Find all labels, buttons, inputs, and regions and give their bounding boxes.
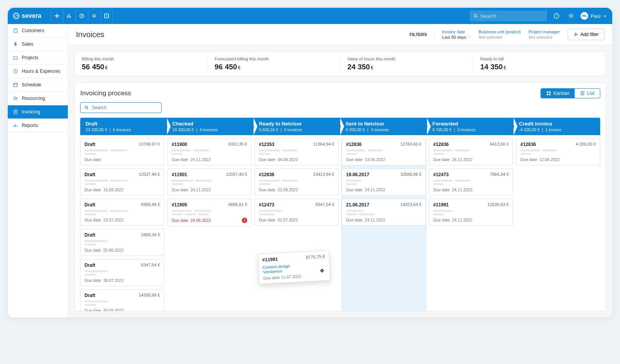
topbar: severa ? PK Paul [8,8,612,24]
building-icon [12,27,19,34]
plus-icon [574,32,578,37]
sidebar-item-schedule[interactable]: Schedule [8,78,68,92]
sidebar-item-customers[interactable]: Customers [8,24,68,38]
kanban-lane: #1283612769,60 €Due date 13.06.202219.06… [341,138,427,311]
svg-rect-8 [14,83,17,87]
bar-chart-icon [12,122,19,129]
sidebar: CustomersSalesProjectsHours & ExpencesSc… [8,24,68,318]
sidebar-item-invoicing[interactable]: Invoicing [8,105,68,119]
invoice-card[interactable]: #119054686,81 €Due date 24.06.2022! [167,199,251,227]
stage-header[interactable]: Checked19 200,00 €|4 invoices [167,118,254,135]
sidebar-item-reports[interactable]: Reports [8,119,68,132]
filter-business-unit-project-[interactable]: Business unit (project)Not selected [479,29,521,39]
invoice-card[interactable]: Draft2809,34 €Due date 25.06.2022 [80,229,164,256]
global-search[interactable] [470,10,547,21]
invoice-card[interactable]: Draft6989,48 €Due date 23.07.2022 [80,199,164,226]
svg-text:?: ? [555,14,557,18]
metric: Billing this month56 450€ [75,57,208,71]
invoice-card[interactable]: #124738347,54 €Due date 02.07.2022 [255,199,339,226]
stage-header[interactable]: Forwarded9 700,00 €|3 invoices [427,118,514,135]
list-icon [580,91,585,96]
invoice-card[interactable]: #128368413,56 €Due date 24.11.2022 [429,138,513,165]
sidebar-item-resourcing[interactable]: Resourcing [8,92,68,105]
help-button[interactable]: ? [551,10,562,21]
stage-headers: Draft23 200,00 €|6 invoicesChecked19 200… [80,118,600,135]
add-button[interactable] [51,10,63,22]
view-list-button[interactable]: List [575,89,600,98]
invoice-card[interactable]: #124737864,34 €Due date 24.11.2022 [429,168,513,196]
kanban-header: Invoicing process Kanban List [80,88,600,98]
search-icon [474,14,478,18]
sidebar-item-hours-expences[interactable]: Hours & Expences [8,65,68,78]
metrics-row: Billing this month56 450€Forecasted bill… [74,52,606,76]
grab-cursor-icon: ✥ [320,268,324,274]
play-button[interactable] [100,10,113,22]
people-icon [12,95,19,101]
body: CustomersSalesProjectsHours & ExpencesSc… [8,24,612,318]
chart-button[interactable] [63,10,76,22]
svg-point-9 [14,97,16,98]
sidebar-item-label: Reports [22,123,38,128]
dragging-card[interactable]: #11981 8775,75 € Content design Vendemon… [258,250,331,284]
invoice-card[interactable]: #1198112636,83 €Due date 24.11.2022 [429,199,513,226]
kanban-lane: #128364 200,00 €Due date 12.08.2022 [516,138,600,311]
invoice-card[interactable]: #128364 200,00 €Due date 12.08.2022 [516,138,600,165]
invoice-card[interactable]: #1283612769,60 €Due date 13.06.2022 [342,138,426,165]
invoice-card[interactable]: #119006322,35 €Due date 24.11.2022 [167,138,251,165]
sidebar-item-label: Hours & Expences [22,69,60,74]
page-header: Invoices FILTERS Invoice dateLast 90 day… [68,24,612,45]
metric: Value of hours this month24 350€ [341,57,474,71]
filter-project-manager[interactable]: Project managerNot selected [529,29,560,39]
svg-point-5 [570,15,572,17]
invoice-card[interactable]: Draft14306,98 €Due date 30.08.2022 [80,289,164,311]
stage-header[interactable]: Draft23 200,00 €|6 invoices [80,118,167,135]
topbar-tools [51,10,113,22]
stage-header[interactable]: Credit invoice-4 200,00 €|1 invoice [513,118,600,135]
brand: severa [13,12,41,19]
invoice-card[interactable]: 21.06.201714923,64 €Due date 24.11.2022 [342,199,426,226]
svg-rect-13 [549,91,551,93]
kanban-lane: #119006322,35 €Due date 24.11.2022#11901… [167,138,251,311]
search-icon [84,105,89,110]
invoice-card[interactable]: Draft8347,54 €Due date 30.07.2022 [80,259,164,286]
invoice-card[interactable]: Draft13798,97 €Due date [80,138,164,165]
avatar: PK [580,12,588,20]
history-button[interactable] [76,10,88,22]
swap-button[interactable] [88,10,100,22]
kanban-lane: #1235311364,94 €Due date 04.08.2022#1283… [255,138,339,311]
kanban-search[interactable] [80,102,162,113]
user-menu[interactable]: PK Paul [580,12,607,20]
calendar-icon [12,82,19,88]
view-kanban-button[interactable]: Kanban [541,89,575,98]
kanban-search-input[interactable] [92,105,157,110]
svg-rect-14 [547,94,548,95]
svg-point-10 [16,98,17,99]
sidebar-item-sales[interactable]: Sales [8,38,68,51]
svg-rect-12 [547,91,548,93]
filters-bar: FILTERS Invoice dateLast 90 days Busines… [410,29,604,40]
invoice-card[interactable]: #1283613413,84 €Due date 21.09.2022 [255,168,339,196]
sidebar-item-label: Customers [22,28,44,33]
global-search-input[interactable] [480,13,543,19]
sidebar-item-label: Schedule [22,82,41,88]
view-toggle: Kanban List [541,88,600,98]
invoice-card[interactable]: #1235311364,94 €Due date 04.08.2022 [255,138,339,165]
stage-header[interactable]: Sent to Netvisor9 200,00 €|3 invoices [340,118,427,135]
filter-invoice-date[interactable]: Invoice dateLast 90 days [442,29,471,39]
folder-icon [12,55,19,61]
metric: Ready to bill14 350€ [473,57,606,71]
invoice-card[interactable]: 19.06.201710580,86 €Due date 24.11.2022 [342,168,426,196]
svg-point-2 [474,14,477,17]
brand-logo-icon [13,13,19,19]
alert-icon: ! [242,218,247,223]
invoice-card[interactable]: Draft12037,40 €Due date 15.09.2022 [80,168,164,196]
section-title: Invoicing process [80,89,131,97]
sidebar-item-label: Projects [22,55,38,60]
chevron-down-icon [603,14,607,18]
stage-header[interactable]: Ready to Netvisor5 600,56 €|3 invoices [253,118,340,135]
settings-button[interactable] [566,10,577,21]
add-filter-button[interactable]: Add filter [568,29,604,40]
metric: Forecasted billing this month96 450€ [208,57,341,71]
invoice-card[interactable]: #1190112037,40 €Due date 24.11.2022 [167,168,251,196]
sidebar-item-projects[interactable]: Projects [8,51,68,65]
